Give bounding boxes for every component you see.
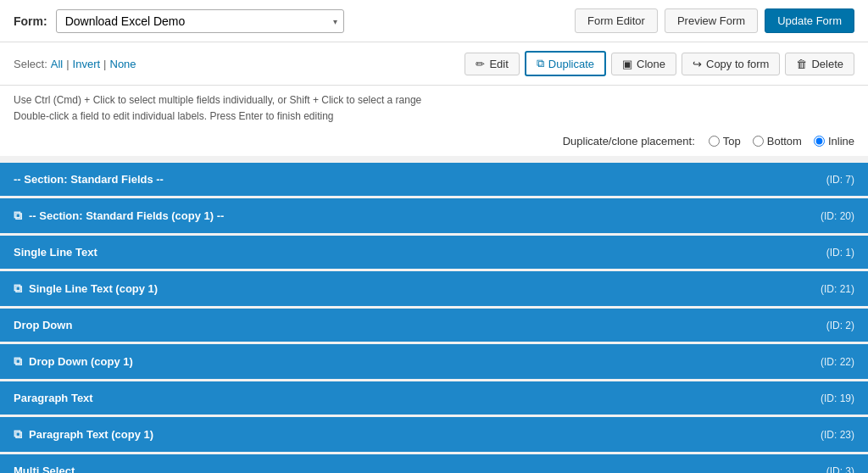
placement-bottom-option[interactable]: Bottom [753, 135, 802, 147]
form-label: Form: [14, 14, 47, 28]
placement-inline-label: Inline [828, 135, 854, 147]
field-row[interactable]: Paragraph Text (ID: 19) [0, 381, 868, 415]
field-row[interactable]: Single Line Text (ID: 1) [0, 236, 868, 269]
help-line-2: Double-click a field to edit individual … [14, 109, 854, 125]
field-row[interactable]: ⧉ Paragraph Text (copy 1) (ID: 23) [0, 417, 868, 452]
field-id: (ID: 20) [821, 210, 854, 222]
field-row[interactable]: Drop Down (ID: 2) [0, 309, 868, 342]
select-none-link[interactable]: None [110, 58, 136, 70]
field-name: -- Section: Standard Fields -- [14, 173, 826, 186]
help-text: Use Ctrl (Cmd) + Click to select multipl… [0, 86, 868, 130]
field-copy-icon: ⧉ [14, 354, 22, 369]
field-name: Single Line Text (copy 1) [29, 282, 821, 295]
update-form-button[interactable]: Update Form [765, 8, 854, 33]
placement-label: Duplicate/clone placement: [563, 135, 695, 147]
select-invert-link[interactable]: Invert [73, 58, 101, 70]
placement-row: Duplicate/clone placement: Top Bottom In… [0, 130, 868, 156]
copy-to-form-button[interactable]: ↪ Copy to form [682, 53, 780, 75]
duplicate-button[interactable]: ⧉ Duplicate [525, 51, 606, 76]
duplicate-icon: ⧉ [537, 57, 544, 70]
edit-button[interactable]: ✏ Edit [465, 53, 519, 75]
select-label: Select: [14, 58, 47, 70]
edit-icon: ✏ [476, 58, 485, 70]
action-buttons: ✏ Edit ⧉ Duplicate ▣ Clone ↪ Copy to for… [465, 51, 854, 76]
field-row[interactable]: ⧉ Single Line Text (copy 1) (ID: 21) [0, 271, 868, 306]
field-name: Drop Down [14, 319, 826, 331]
field-copy-icon: ⧉ [14, 281, 22, 296]
field-name: Paragraph Text [14, 392, 821, 404]
delete-button[interactable]: 🗑 Delete [785, 53, 854, 75]
field-id: (ID: 22) [821, 356, 854, 368]
placement-bottom-label: Bottom [767, 135, 802, 147]
preview-form-button[interactable]: Preview Form [665, 8, 758, 33]
placement-inline-radio[interactable] [814, 136, 825, 147]
field-copy-icon: ⧉ [14, 427, 22, 442]
field-id: (ID: 1) [826, 247, 854, 259]
field-name: Single Line Text [14, 246, 826, 259]
field-name: Drop Down (copy 1) [29, 355, 821, 368]
radio-group: Top Bottom Inline [709, 135, 854, 147]
page-wrapper: Form: Download Excel Demo ▾ Form Editor … [0, 0, 868, 473]
field-row[interactable]: Multi Select (ID: 3) [0, 454, 868, 473]
form-select-wrapper: Download Excel Demo ▾ [56, 9, 344, 33]
field-id: (ID: 23) [821, 429, 854, 441]
fields-container: -- Section: Standard Fields -- (ID: 7) ⧉… [0, 156, 868, 473]
form-label-group: Form: Download Excel Demo ▾ [14, 9, 344, 33]
top-actions: Form Editor Preview Form Update Form [575, 8, 854, 33]
field-id: (ID: 3) [826, 465, 854, 473]
field-id: (ID: 7) [826, 174, 854, 186]
form-select[interactable]: Download Excel Demo [56, 9, 344, 33]
select-all-link[interactable]: All [51, 58, 63, 70]
field-copy-icon: ⧉ [14, 209, 22, 223]
field-row[interactable]: ⧉ -- Section: Standard Fields (copy 1) -… [0, 198, 868, 233]
copy-to-form-icon: ↪ [693, 58, 702, 70]
placement-top-radio[interactable] [709, 136, 720, 147]
separator-2: | [103, 58, 106, 70]
clone-button[interactable]: ▣ Clone [611, 53, 676, 75]
placement-bottom-radio[interactable] [753, 136, 764, 147]
field-name: -- Section: Standard Fields (copy 1) -- [29, 209, 821, 222]
field-id: (ID: 19) [821, 392, 854, 404]
select-group: Select: All | Invert | None [14, 58, 136, 70]
field-name: Multi Select [14, 465, 826, 473]
separator-1: | [66, 58, 69, 70]
clone-icon: ▣ [622, 58, 632, 70]
field-id: (ID: 21) [821, 283, 854, 295]
form-editor-button[interactable]: Form Editor [575, 8, 658, 33]
toolbar: Select: All | Invert | None ✏ Edit ⧉ Dup… [0, 42, 868, 86]
placement-top-label: Top [723, 135, 741, 147]
delete-icon: 🗑 [796, 58, 807, 70]
field-id: (ID: 2) [826, 320, 854, 331]
top-bar: Form: Download Excel Demo ▾ Form Editor … [0, 0, 868, 42]
help-line-1: Use Ctrl (Cmd) + Click to select multipl… [14, 92, 854, 109]
placement-top-option[interactable]: Top [709, 135, 741, 147]
field-row[interactable]: ⧉ Drop Down (copy 1) (ID: 22) [0, 344, 868, 379]
field-name: Paragraph Text (copy 1) [29, 428, 821, 441]
field-row[interactable]: -- Section: Standard Fields -- (ID: 7) [0, 163, 868, 196]
placement-inline-option[interactable]: Inline [814, 135, 854, 147]
